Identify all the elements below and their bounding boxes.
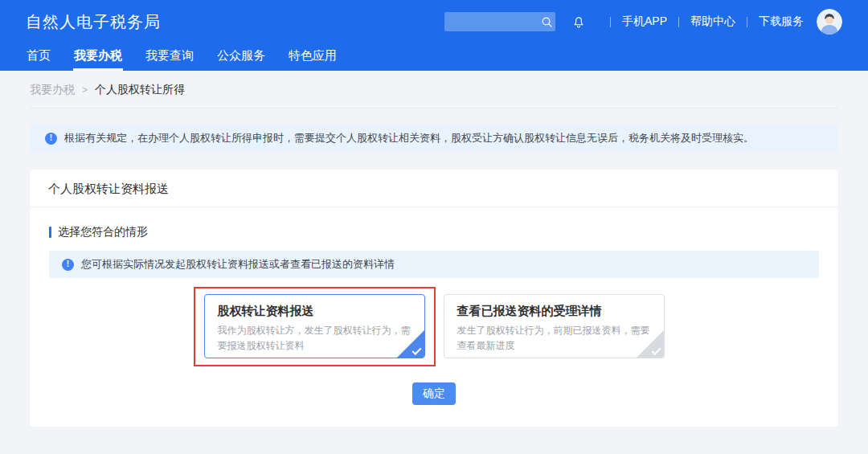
- info-icon: !: [45, 133, 57, 145]
- nav-item-public-services[interactable]: 公众服务: [216, 43, 266, 71]
- info-banner-text: 根据有关规定，在办理个人股权转让所得申报时，需要提交个人股权转让相关资料，股权受…: [64, 131, 754, 145]
- nav-item-inquiry[interactable]: 我要查询: [145, 43, 194, 71]
- header-top-row: 自然人电子税务局 手机APP 帮助中心: [0, 0, 868, 43]
- header-divider: [747, 17, 747, 27]
- breadcrumb-divider: [30, 108, 838, 108]
- app-title: 自然人电子税务局: [26, 11, 161, 33]
- link-mobile-app[interactable]: 手机APP: [622, 14, 667, 29]
- notification-bell-icon[interactable]: [571, 14, 586, 29]
- main-nav: 首页 我要办税 我要查询 公众服务 特色应用: [0, 43, 868, 71]
- card-body: 选择您符合的情形 ! 您可根据实际情况发起股权转让资料报送或者查看已报送的资料详…: [30, 207, 838, 405]
- header-divider: [610, 17, 611, 27]
- header-search-box[interactable]: [444, 12, 555, 31]
- breadcrumb-separator-icon: >: [82, 84, 88, 96]
- option-title: 查看已报送资料的受理详情: [457, 304, 651, 319]
- breadcrumb: 我要办税 > 个人股权转让所得: [0, 71, 868, 97]
- section-title-bar: [49, 227, 51, 238]
- check-icon: [411, 346, 421, 355]
- breadcrumb-current: 个人股权转让所得: [95, 83, 185, 97]
- options-row: 股权转让资料报送 我作为股权转让方，发生了股权转让行为，需要报送股权转让资料 查…: [49, 294, 819, 358]
- option-wrap-submit: 股权转让资料报送 我作为股权转让方，发生了股权转让行为，需要报送股权转让资料: [204, 294, 425, 358]
- nav-item-featured-apps[interactable]: 特色应用: [288, 43, 338, 71]
- section-title-text: 选择您符合的情形: [58, 225, 148, 239]
- header-right-group: 手机APP 帮助中心 下载服务: [444, 9, 842, 35]
- option-title: 股权转让资料报送: [218, 304, 411, 319]
- link-help-center[interactable]: 帮助中心: [690, 14, 735, 29]
- section-notice: ! 您可根据实际情况发起股权转让资料报送或者查看已报送的资料详情: [49, 251, 819, 278]
- main-card: 个人股权转让资料报送 选择您符合的情形 ! 您可根据实际情况发起股权转让资料报送…: [30, 170, 838, 427]
- app-header: 自然人电子税务局 手机APP 帮助中心: [0, 0, 868, 71]
- nav-item-tax-services[interactable]: 我要办税: [73, 43, 123, 71]
- option-description: 我作为股权转让方，发生了股权转让行为，需要报送股权转让资料: [218, 323, 411, 353]
- confirm-row: 确定: [49, 382, 819, 405]
- card-title: 个人股权转让资料报送: [30, 170, 838, 207]
- nav-item-home[interactable]: 首页: [26, 43, 51, 71]
- confirm-button[interactable]: 确定: [412, 382, 456, 405]
- info-banner: ! 根据有关规定，在办理个人股权转让所得申报时，需要提交个人股权转让相关资料，股…: [30, 125, 838, 152]
- link-download-service[interactable]: 下载服务: [759, 14, 804, 29]
- section-title: 选择您符合的情形: [49, 225, 819, 239]
- option-description: 发生了股权转让行为，前期已报送资料，需要查看最新进度: [457, 323, 651, 353]
- breadcrumb-parent[interactable]: 我要办税: [30, 83, 75, 97]
- user-avatar[interactable]: [817, 9, 842, 35]
- section-notice-text: 您可根据实际情况发起股权转让资料报送或者查看已报送的资料详情: [81, 257, 395, 272]
- header-divider: [678, 17, 679, 27]
- option-card-view-progress[interactable]: 查看已报送资料的受理详情 发生了股权转让行为，前期已报送资料，需要查看最新进度: [444, 294, 665, 358]
- option-card-submit-materials[interactable]: 股权转让资料报送 我作为股权转让方，发生了股权转让行为，需要报送股权转让资料: [204, 294, 425, 358]
- check-icon: [651, 346, 661, 355]
- option-wrap-view: 查看已报送资料的受理详情 发生了股权转让行为，前期已报送资料，需要查看最新进度: [444, 294, 665, 358]
- search-icon[interactable]: [539, 16, 555, 28]
- info-icon: !: [62, 259, 74, 271]
- search-input[interactable]: [444, 16, 539, 28]
